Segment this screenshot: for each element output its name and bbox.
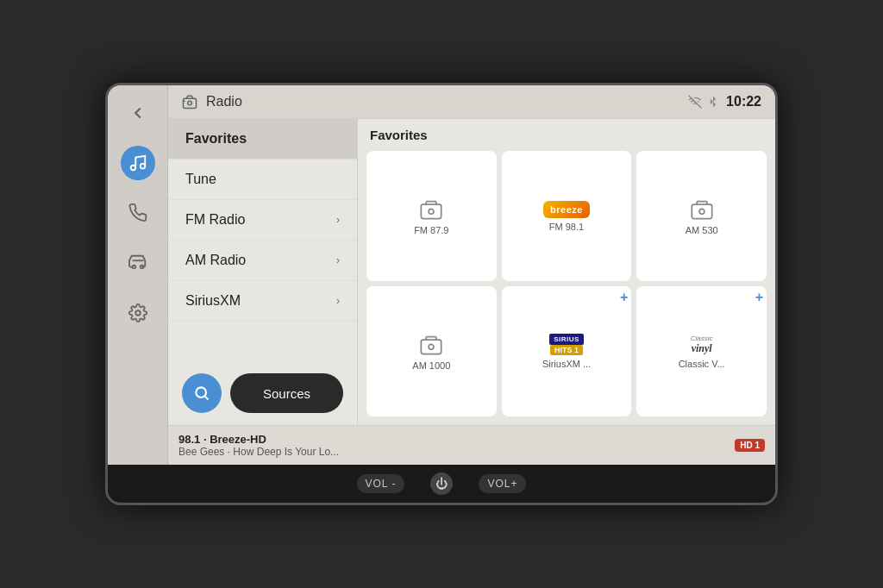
main-panel: Radio 10:22 <box>168 85 775 465</box>
menu-item-am-radio[interactable]: AM Radio › <box>168 241 357 281</box>
station-label-siriusxm: SiriusXM ... <box>542 359 591 369</box>
bottom-controls: VOL - ⏻ VOL+ <box>108 465 775 503</box>
svg-point-16 <box>429 344 434 349</box>
header: Radio 10:22 <box>168 85 775 119</box>
vol-minus-button[interactable]: VOL - <box>357 474 405 493</box>
menu-item-siriusxm[interactable]: SiriusXM › <box>168 281 357 322</box>
radio-icon <box>182 94 197 109</box>
svg-point-2 <box>132 266 135 269</box>
favorite-card-am530[interactable]: AM 530 <box>636 151 767 281</box>
status-icons <box>688 95 719 109</box>
now-playing-info: 98.1 · Breeze-HD Bee Gees · How Deep Is … <box>178 433 339 458</box>
add-classicvinyl-button[interactable]: + <box>755 290 763 305</box>
screen-content: Radio 10:22 <box>108 85 775 465</box>
menu-bottom-actions: Sources <box>168 361 357 425</box>
sidebar <box>108 85 168 465</box>
hd-badge: HD 1 <box>735 439 765 452</box>
station-label-am1000: AM 1000 <box>412 360 450 371</box>
svg-point-0 <box>130 166 135 171</box>
sidebar-phone-icon[interactable] <box>121 196 155 230</box>
sidebar-car-icon[interactable] <box>121 246 155 280</box>
favorites-title: Favorites <box>366 128 767 142</box>
header-time: 10:22 <box>726 94 761 109</box>
now-playing-station: 98.1 · Breeze-HD <box>178 433 339 446</box>
svg-point-1 <box>140 164 145 169</box>
favorite-card-fm981[interactable]: breeze FM 98.1 <box>502 151 632 281</box>
add-siriusxm-button[interactable]: + <box>620 290 628 305</box>
menu-panel: Favorites Tune FM Radio › AM Radio › Sir <box>168 119 358 425</box>
am-radio-chevron: › <box>336 254 340 266</box>
station-label-fm879: FM 87.9 <box>414 225 448 235</box>
favorite-card-classicvinyl[interactable]: + Classic vinyl Classic V... <box>636 286 767 416</box>
svg-rect-15 <box>422 340 442 353</box>
sidebar-music-icon[interactable] <box>121 146 155 180</box>
station-label-fm981: FM 98.1 <box>549 222 584 232</box>
radio-station-icon-am1000 <box>419 333 443 357</box>
car-screen: Radio 10:22 <box>105 83 778 505</box>
sidebar-settings-icon[interactable] <box>121 296 155 330</box>
favorite-card-siriusxm[interactable]: + SIRIUS HITS 1 SiriusXM ... <box>502 286 632 416</box>
now-playing-bar[interactable]: 98.1 · Breeze-HD Bee Gees · How Deep Is … <box>168 425 775 465</box>
content-area: Favorites Tune FM Radio › AM Radio › Sir <box>168 119 775 425</box>
vol-plus-button[interactable]: VOL+ <box>479 474 526 493</box>
fm-radio-chevron: › <box>336 214 340 226</box>
siriusxm-chevron: › <box>336 295 340 307</box>
menu-item-fm-radio[interactable]: FM Radio › <box>168 200 357 241</box>
svg-point-12 <box>429 209 434 214</box>
radio-station-icon <box>419 197 443 222</box>
header-left: Radio <box>182 94 242 109</box>
svg-rect-13 <box>692 204 711 218</box>
svg-point-9 <box>196 387 206 397</box>
svg-point-6 <box>188 101 192 105</box>
favorite-card-am1000[interactable]: AM 1000 <box>366 286 497 416</box>
menu-item-tune[interactable]: Tune <box>168 160 357 200</box>
fm981-logo: breeze <box>543 201 590 218</box>
radio-station-icon-am530 <box>690 197 714 222</box>
svg-line-10 <box>205 397 209 400</box>
bluetooth-icon <box>707 96 719 108</box>
svg-point-4 <box>135 310 141 316</box>
svg-rect-5 <box>184 98 197 108</box>
now-playing-track: Bee Gees · How Deep Is Your Lo... <box>178 446 339 458</box>
power-button[interactable]: ⏻ <box>430 472 453 495</box>
sidebar-back-icon[interactable] <box>121 96 155 130</box>
header-right: 10:22 <box>688 94 761 109</box>
favorite-card-fm879[interactable]: FM 87.9 <box>366 151 497 281</box>
favorites-grid: FM 87.9 breeze FM 98.1 <box>366 151 767 416</box>
header-title: Radio <box>206 94 242 109</box>
search-button[interactable] <box>182 373 222 413</box>
classicvinyl-logo: Classic vinyl <box>691 335 713 355</box>
menu-item-favorites[interactable]: Favorites <box>168 119 357 160</box>
station-label-am530: AM 530 <box>686 225 718 235</box>
no-signal-icon <box>688 95 702 109</box>
siriusxm-logo: SIRIUS HITS 1 <box>549 334 584 355</box>
svg-point-14 <box>699 209 705 214</box>
station-label-classicvinyl: Classic V... <box>679 359 725 369</box>
svg-rect-11 <box>422 204 442 218</box>
sources-button[interactable]: Sources <box>230 373 343 413</box>
favorites-panel: Favorites FM 87.9 <box>358 119 775 425</box>
